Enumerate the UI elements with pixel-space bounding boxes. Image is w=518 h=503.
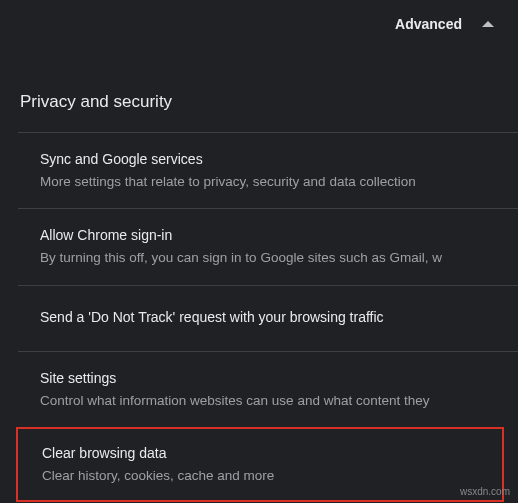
- section-title: Privacy and security: [0, 44, 518, 132]
- settings-item-site-settings[interactable]: Site settings Control what information w…: [18, 351, 518, 427]
- advanced-toggle[interactable]: Advanced: [395, 16, 462, 32]
- settings-item-allow-chrome-signin[interactable]: Allow Chrome sign-in By turning this off…: [18, 208, 518, 284]
- settings-item-clear-browsing-data[interactable]: Clear browsing data Clear history, cooki…: [16, 427, 504, 502]
- chevron-up-icon[interactable]: [482, 21, 494, 27]
- top-bar: Advanced: [0, 0, 518, 44]
- item-desc: By turning this off, you can sign in to …: [40, 248, 500, 268]
- item-title: Sync and Google services: [40, 149, 500, 170]
- item-desc: Control what information websites can us…: [40, 391, 500, 411]
- settings-item-sync-google-services[interactable]: Sync and Google services More settings t…: [18, 132, 518, 208]
- item-title: Site settings: [40, 368, 500, 389]
- item-title: Send a 'Do Not Track' request with your …: [40, 307, 500, 328]
- item-title: Clear browsing data: [42, 443, 484, 464]
- settings-list: Sync and Google services More settings t…: [0, 132, 518, 502]
- item-desc: More settings that relate to privacy, se…: [40, 172, 500, 192]
- item-desc: Clear history, cookies, cache and more: [42, 466, 484, 486]
- item-title: Allow Chrome sign-in: [40, 225, 500, 246]
- watermark: wsxdn.com: [460, 486, 510, 497]
- settings-item-do-not-track[interactable]: Send a 'Do Not Track' request with your …: [18, 285, 518, 351]
